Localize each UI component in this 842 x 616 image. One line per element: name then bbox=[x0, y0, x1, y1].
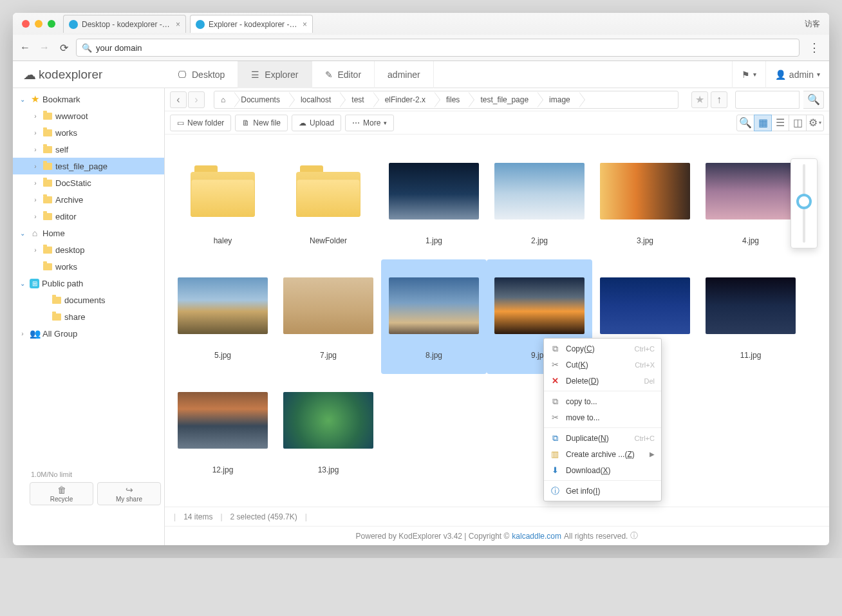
zoom-track[interactable] bbox=[803, 164, 805, 243]
tree-item-DocStatic[interactable]: ›DocStatic bbox=[13, 174, 164, 191]
view-grid-button[interactable]: ▦ bbox=[754, 115, 772, 131]
cm-moveto[interactable]: ✂move to... bbox=[544, 409, 661, 425]
file-item-13.jpg[interactable]: 13.jpg bbox=[276, 374, 381, 489]
file-view[interactable]: haleyNewFolder1.jpg2.jpg3.jpg4.jpg5.jpg7… bbox=[165, 135, 829, 507]
forward-icon[interactable]: → bbox=[37, 41, 51, 55]
folder-icon bbox=[42, 144, 53, 154]
user-menu[interactable]: 👤admin▾ bbox=[765, 61, 829, 88]
browser-tab-desktop[interactable]: Desktop - kodexplorer - Powe × bbox=[63, 15, 186, 33]
minimize-window-icon[interactable] bbox=[35, 20, 42, 28]
up-button[interactable]: ↑ bbox=[711, 91, 727, 108]
crumb-image[interactable]: image bbox=[538, 91, 579, 108]
tree-item-documents[interactable]: documents bbox=[13, 292, 164, 308]
file-item-NewFolder[interactable]: NewFolder bbox=[276, 145, 381, 259]
address-input[interactable] bbox=[96, 43, 794, 53]
file-name: haley bbox=[214, 236, 232, 245]
cm-info[interactable]: ⓘGet info(I) bbox=[544, 483, 661, 499]
crumb-localhost[interactable]: localhost bbox=[289, 91, 340, 108]
browser-tab-explorer[interactable]: Explorer - kodexplorer - Powe × bbox=[190, 15, 313, 33]
tab-editor[interactable]: ✎Editor bbox=[312, 61, 375, 88]
file-item-11.jpg[interactable]: 11.jpg bbox=[698, 259, 803, 374]
reload-icon[interactable]: ⟳ bbox=[57, 41, 71, 55]
crumb-Documents[interactable]: Documents bbox=[234, 91, 289, 108]
tree-item-wwwroot[interactable]: ›wwwroot bbox=[13, 107, 164, 124]
tree-item-works[interactable]: ›works bbox=[13, 124, 164, 141]
crumb-elFinder-2.x[interactable]: elFinder-2.x bbox=[373, 91, 435, 108]
cm-cut[interactable]: ✂Cut(K)Ctrl+X bbox=[544, 357, 661, 373]
folder-icon bbox=[296, 165, 360, 217]
myshare-button[interactable]: ↪My share bbox=[97, 482, 161, 505]
tree-item-Archive[interactable]: ›Archive bbox=[13, 191, 164, 208]
tree-item-share[interactable]: share bbox=[13, 308, 164, 325]
settings-button[interactable]: ⚙▾ bbox=[806, 115, 824, 131]
upload-button[interactable]: ☁Upload bbox=[292, 115, 341, 131]
archive-icon: ▥ bbox=[550, 449, 559, 459]
more-button[interactable]: ⋯More▾ bbox=[345, 115, 394, 131]
tab-explorer[interactable]: ☰Explorer bbox=[238, 61, 312, 88]
zoom-handle[interactable] bbox=[796, 194, 812, 209]
tree-item-editor[interactable]: ›editor bbox=[13, 208, 164, 225]
chevron-right-icon: › bbox=[31, 180, 40, 187]
close-tab-icon[interactable]: × bbox=[303, 20, 307, 29]
tree-allgroup[interactable]: ›👥All Group bbox=[13, 325, 164, 342]
upload-icon: ☁ bbox=[299, 118, 306, 127]
folder-icon bbox=[191, 165, 255, 217]
view-list-button[interactable]: ☰ bbox=[771, 115, 789, 131]
path-forward-button[interactable]: › bbox=[188, 91, 205, 108]
download-icon: ⬇ bbox=[550, 465, 559, 475]
cm-archive[interactable]: ▥Create archive ...(Z)▶ bbox=[544, 446, 661, 462]
search-button[interactable]: 🔍 bbox=[803, 91, 824, 109]
crumb-home[interactable]: ⌂ bbox=[214, 91, 234, 108]
file-item-3.jpg[interactable]: 3.jpg bbox=[592, 145, 698, 259]
cm-download[interactable]: ⬇Download(X) bbox=[544, 462, 661, 478]
tree-bookmark[interactable]: ⌄★Bookmark bbox=[13, 91, 164, 107]
image-thumbnail bbox=[389, 277, 479, 334]
file-item-12.jpg[interactable]: 12.jpg bbox=[170, 374, 276, 489]
file-item-7.jpg[interactable]: 7.jpg bbox=[276, 259, 381, 374]
file-icon: 🗎 bbox=[242, 118, 250, 127]
footer-link[interactable]: kalcaddle.com bbox=[512, 532, 561, 541]
close-tab-icon[interactable]: × bbox=[176, 20, 180, 29]
maximize-window-icon[interactable] bbox=[48, 20, 55, 28]
search-input[interactable] bbox=[735, 91, 800, 109]
trash-icon: 🗑 bbox=[57, 485, 66, 495]
tree-item-works[interactable]: works bbox=[13, 258, 164, 275]
flag-icon: ⚑ bbox=[742, 70, 750, 80]
view-columns-button[interactable]: ◫ bbox=[789, 115, 807, 131]
browser-menu-icon[interactable]: ⋮ bbox=[805, 41, 824, 55]
file-item-2.jpg[interactable]: 2.jpg bbox=[487, 145, 592, 259]
app-logo[interactable]: ☁ kodexplorer bbox=[13, 67, 165, 82]
tab-adminer[interactable]: adminer bbox=[375, 61, 434, 88]
info-icon[interactable]: ⓘ bbox=[630, 530, 638, 541]
notifications-button[interactable]: ⚑▾ bbox=[732, 61, 765, 88]
recycle-button[interactable]: 🗑Recycle bbox=[30, 482, 93, 505]
cm-duplicate[interactable]: ⧉Duplicate(N)Ctrl+C bbox=[544, 430, 661, 446]
path-back-button[interactable]: ‹ bbox=[170, 91, 187, 108]
tree-home[interactable]: ⌄⌂Home bbox=[13, 225, 164, 241]
back-icon[interactable]: ← bbox=[18, 41, 32, 55]
new-folder-button[interactable]: ▭New folder bbox=[170, 115, 231, 131]
favicon-icon bbox=[69, 20, 78, 29]
tree-item-self[interactable]: ›self bbox=[13, 141, 164, 158]
new-file-button[interactable]: 🗎New file bbox=[235, 115, 288, 131]
tree-item-test_file_page[interactable]: ›test_file_page bbox=[13, 158, 164, 174]
tree-public[interactable]: ⌄⊞Public path bbox=[13, 275, 164, 292]
search-icon: 🔍 bbox=[82, 43, 92, 53]
cm-delete[interactable]: ✕Delete(D)Del bbox=[544, 373, 661, 389]
file-item-haley[interactable]: haley bbox=[170, 145, 276, 259]
cm-copy[interactable]: ⧉Copy(C)Ctrl+C bbox=[544, 341, 661, 357]
tree-item-desktop[interactable]: ›desktop bbox=[13, 241, 164, 258]
file-item-5.jpg[interactable]: 5.jpg bbox=[170, 259, 276, 374]
address-bar[interactable]: 🔍 bbox=[76, 39, 800, 57]
zoom-slider-popup[interactable] bbox=[791, 158, 818, 248]
zoom-button[interactable]: 🔍 bbox=[736, 115, 754, 131]
file-item-1.jpg[interactable]: 1.jpg bbox=[381, 145, 487, 259]
file-item-4.jpg[interactable]: 4.jpg bbox=[698, 145, 803, 259]
cm-copyto[interactable]: ⧉copy to... bbox=[544, 393, 661, 409]
star-button[interactable]: ★ bbox=[691, 91, 708, 108]
image-thumbnail bbox=[178, 277, 268, 334]
crumb-test_file_page[interactable]: test_file_page bbox=[469, 91, 538, 108]
tab-desktop[interactable]: 🖵Desktop bbox=[165, 61, 238, 88]
file-item-8.jpg[interactable]: 8.jpg bbox=[381, 259, 487, 374]
close-window-icon[interactable] bbox=[22, 20, 30, 28]
